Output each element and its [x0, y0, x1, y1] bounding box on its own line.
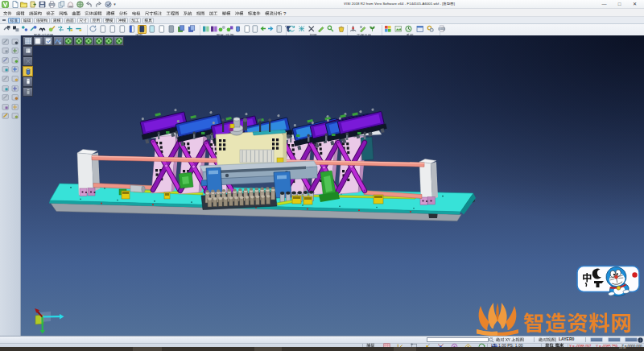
open-folder-button[interactable] — [20, 1, 27, 8]
window-controls: —□✕ — [597, 0, 642, 8]
rail-tool-icon-8 — [11, 65, 19, 73]
rail-tool-3-button[interactable] — [2, 47, 10, 56]
zoom-extents-button[interactable] — [53, 36, 64, 47]
rail-tool-7-button[interactable] — [2, 65, 10, 74]
redo-icon — [95, 1, 102, 8]
rail-tool-icon-14 — [11, 93, 19, 101]
iso-view-icon-4 — [95, 37, 103, 45]
status-quick-button-1[interactable] — [590, 337, 603, 342]
rail-tool-13-button[interactable] — [2, 93, 10, 102]
tab-text — [36, 19, 47, 22]
paste-icon — [67, 1, 74, 8]
tab-text — [67, 19, 74, 22]
menu-item-text — [72, 11, 80, 15]
rail-tool-15-button[interactable] — [2, 102, 10, 111]
iso-view-1-button[interactable] — [63, 36, 73, 47]
import-file-button[interactable] — [30, 1, 37, 8]
import-file-icon — [30, 1, 37, 8]
menu-item-text — [184, 11, 192, 15]
paste-button[interactable] — [67, 1, 74, 8]
cad-viewport[interactable]: 智造资料网中 — [21, 35, 644, 336]
rail-tool-5-button[interactable] — [2, 56, 10, 64]
visi-app-window: ▾ VISI 2018 R2 from Vero Software x64 - … — [0, 0, 644, 351]
status-separator — [534, 337, 535, 342]
iso-view-3-button[interactable] — [84, 36, 94, 47]
visi-logo-button[interactable] — [2, 1, 9, 8]
prompt-input[interactable] — [427, 337, 489, 343]
repeat-icon — [105, 1, 112, 8]
window-title: VISI 2018 R2 from Vero Software x64 - F1… — [344, 2, 455, 6]
status-quick-button-3[interactable] — [625, 337, 638, 342]
open-view-button[interactable] — [43, 36, 53, 47]
save-button[interactable] — [39, 1, 46, 8]
rail-tool-4-button[interactable] — [10, 47, 19, 56]
menu-item-text — [265, 11, 282, 15]
windows-taskbar: 10:38 — [0, 347, 644, 351]
rail-tool-icon-11 — [2, 85, 10, 93]
print-button[interactable] — [48, 1, 56, 8]
rail-tool-18-button[interactable] — [10, 112, 19, 121]
ime-mode-label[interactable]: 中 — [577, 270, 587, 284]
qat-dropdown-caret[interactable]: ▾ — [114, 1, 118, 8]
grid-view-button[interactable] — [23, 36, 33, 47]
copy-button[interactable] — [58, 1, 65, 8]
iso-view-icon-3 — [85, 37, 93, 45]
zoom-extents-icon — [54, 37, 62, 45]
globe-button[interactable] — [76, 1, 84, 8]
left-tool-rail — [0, 35, 21, 336]
status-row-top: 绝对 XY 上视图 绝对视图 LAYER0 — [0, 337, 644, 343]
undo-button[interactable] — [85, 1, 93, 8]
redo-button[interactable] — [95, 1, 102, 8]
rail-tool-1-button[interactable] — [2, 37, 10, 46]
rail-tool-17-button[interactable] — [2, 112, 10, 121]
status-separator — [555, 337, 556, 342]
rail-tool-icon-16 — [11, 103, 19, 111]
rail-tool-16-button[interactable] — [10, 102, 19, 111]
rail-tool-icon-18 — [11, 112, 19, 120]
new-view-button[interactable] — [33, 36, 43, 47]
rail-tool-icon-17 — [2, 112, 10, 120]
taskbar-app-button[interactable] — [394, 347, 416, 351]
iso-view-icon-2 — [75, 37, 83, 45]
save-icon — [39, 1, 46, 8]
hidden-line-button[interactable] — [23, 87, 33, 97]
rail-tool-6-button[interactable] — [10, 56, 19, 64]
rail-tool-14-button[interactable] — [10, 93, 19, 102]
rail-tool-10-button[interactable] — [10, 74, 19, 83]
layer-indicator[interactable]: LAYER0 — [559, 337, 574, 342]
iso-view-4-button[interactable] — [93, 36, 104, 47]
rail-tool-11-button[interactable] — [2, 84, 10, 93]
wireframe-view-button[interactable] — [23, 76, 33, 87]
repeat-button[interactable] — [105, 1, 112, 8]
rail-tool-8-button[interactable] — [10, 65, 19, 74]
taskbar-app-button[interactable] — [133, 347, 162, 351]
minimize-button[interactable]: — — [597, 0, 612, 8]
rail-tool-icon-12 — [11, 85, 19, 93]
rail-tool-9-button[interactable] — [2, 74, 10, 83]
ucs-axes-indicator — [35, 308, 64, 334]
rail-tool-2-button[interactable] — [10, 37, 19, 46]
solid-box-button[interactable] — [23, 46, 33, 56]
rail-tool-12-button[interactable] — [10, 84, 19, 93]
iso-view-5-button[interactable] — [104, 36, 114, 47]
rail-tool-icon-5 — [2, 56, 10, 64]
wire-box-button[interactable] — [23, 56, 33, 67]
status-bar: 绝对 XY 上视图 绝对视图 LAYER0 捕捉 LS: 1.00 PS: 1.… — [0, 336, 644, 347]
iso-view-icon-6 — [115, 37, 123, 45]
watermark-text: 智造资料网 — [522, 310, 630, 336]
taskbar-app-button[interactable] — [254, 347, 282, 351]
solid-box-icon — [24, 47, 32, 55]
maximize-button[interactable]: □ — [612, 0, 627, 8]
close-button[interactable]: ✕ — [627, 0, 642, 8]
menu-item-text — [85, 11, 102, 15]
iso-view-6-button[interactable] — [114, 36, 124, 47]
iso-view-2-button[interactable] — [73, 36, 84, 47]
rail-tool-icon-13 — [2, 93, 10, 101]
status-quick-button-2[interactable] — [608, 337, 621, 342]
status-separator — [585, 337, 586, 342]
iso-view-icon-1 — [64, 37, 72, 45]
new-view-icon — [34, 37, 42, 45]
new-document-button[interactable] — [11, 1, 19, 8]
shaded-view-button[interactable] — [23, 66, 33, 76]
rail-tool-icon-6 — [11, 56, 19, 64]
